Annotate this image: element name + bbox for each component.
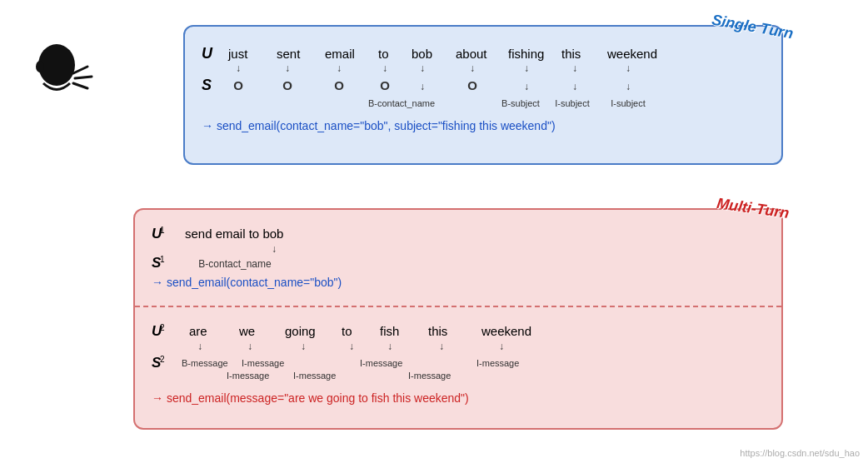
svg-text:sent: sent [277,47,301,61]
svg-text:↓: ↓ [236,62,241,74]
svg-text:B-message: B-message [182,358,228,368]
svg-text:2: 2 [160,323,165,332]
svg-text:↓: ↓ [285,62,290,74]
svg-point-1 [36,61,44,72]
multi-turn-box: Multi-Turn U 1 send email to bob ↓ S 1 B… [133,208,783,430]
svg-text:1: 1 [160,255,165,264]
watermark: https://blog.csdn.net/sdu_hao [740,448,860,458]
svg-text:I-message: I-message [293,371,336,381]
svg-text:↓: ↓ [524,62,529,74]
svg-text:this: this [561,47,581,61]
main-container: Single Turn U just sent email to bob abo… [0,0,868,463]
svg-text:about: about [456,47,487,61]
svg-text:↓: ↓ [572,62,577,74]
svg-text:↓: ↓ [420,62,425,74]
svg-text:1: 1 [160,226,165,235]
svg-text:just: just [227,47,248,61]
svg-text:fishing: fishing [508,47,544,61]
svg-text:B-subject: B-subject [501,98,540,108]
svg-line-2 [73,67,87,73]
svg-text:B-contact_name: B-contact_name [198,258,272,270]
svg-text:↓: ↓ [247,341,252,352]
svg-line-4 [73,83,87,88]
svg-text:I-subject: I-subject [611,98,646,108]
svg-text:O: O [282,78,292,92]
svg-text:B-contact_name: B-contact_name [368,98,435,108]
svg-text:↓: ↓ [439,341,444,352]
svg-text:weekend: weekend [481,324,531,338]
svg-text:↓: ↓ [626,81,631,92]
svg-text:this: this [428,324,447,338]
svg-text:send email to bob: send email to bob [185,227,283,241]
svg-text:↓: ↓ [387,341,392,352]
svg-text:I-message: I-message [408,371,451,381]
svg-text:↓: ↓ [337,62,342,74]
svg-text:↓: ↓ [499,341,504,352]
svg-text:↓: ↓ [524,81,529,92]
svg-text:going: going [285,324,316,338]
svg-text:we: we [238,324,255,338]
svg-text:weekend: weekend [606,47,657,61]
svg-text:are: are [189,324,207,338]
svg-text:↓: ↓ [382,62,387,74]
svg-line-3 [75,77,92,78]
svg-text:↓: ↓ [197,341,202,352]
svg-text:O: O [467,78,477,92]
svg-text:↓: ↓ [470,62,475,74]
svg-text:↓: ↓ [301,341,306,352]
svg-text:↓: ↓ [349,341,354,352]
svg-text:U: U [202,45,213,62]
multi-turn-section1-diagram: U 1 send email to bob ↓ S 1 B-contact_na… [152,222,768,292]
svg-text:I-message: I-message [242,358,284,368]
svg-text:I-message: I-message [360,358,402,368]
svg-text:→ send_email(message="are we g: → send_email(message="are we going to fi… [152,391,469,405]
svg-text:to: to [342,324,352,338]
multi-turn-section2-diagram: U 2 are we going to fish this weekend ↓ … [152,319,768,415]
svg-text:O: O [233,78,243,92]
svg-text:O: O [334,78,344,92]
svg-text:↓: ↓ [272,243,277,255]
svg-text:email: email [325,47,355,61]
multi-turn-section1: U 1 send email to bob ↓ S 1 B-contact_na… [135,210,781,307]
svg-text:I-message: I-message [227,371,269,381]
svg-text:→ send_email(contact_name="bob: → send_email(contact_name="bob") [152,276,342,289]
svg-text:↓: ↓ [572,81,577,92]
svg-text:I-subject: I-subject [555,98,590,108]
single-turn-diagram: U just sent email to bob about fishing t… [202,40,768,148]
svg-text:I-message: I-message [476,358,519,368]
svg-text:↓: ↓ [420,81,425,92]
svg-text:to: to [378,47,389,61]
single-turn-box: Single Turn U just sent email to bob abo… [183,25,783,165]
svg-text:bob: bob [412,47,432,61]
svg-text:→ send_email(contact_name="bob: → send_email(contact_name="bob", subject… [202,119,556,132]
multi-turn-section2: U 2 are we going to fish this weekend ↓ … [135,307,781,428]
person-icon [25,42,100,117]
svg-text:↓: ↓ [626,62,631,74]
svg-text:O: O [380,78,390,92]
single-turn-label: Single Turn [711,12,795,43]
svg-text:S: S [202,77,212,93]
svg-text:fish: fish [380,324,399,338]
svg-text:2: 2 [160,355,165,364]
